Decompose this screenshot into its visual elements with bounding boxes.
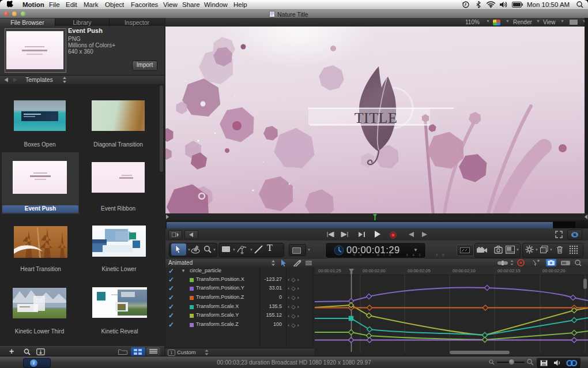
svg-text:00:00:02;00: 00:00:02;00 (363, 268, 386, 273)
svg-text:00:00:02;05: 00:00:02;05 (408, 268, 431, 273)
svg-text:00:00:02;10: 00:00:02;10 (453, 268, 476, 273)
svg-text:00:00:01;25: 00:00:01;25 (318, 268, 341, 273)
svg-text:TITLE: TITLE (355, 110, 398, 126)
svg-text:00:00:02;20: 00:00:02;20 (542, 268, 566, 273)
svg-text:00:00:02;15: 00:00:02;15 (497, 268, 521, 273)
